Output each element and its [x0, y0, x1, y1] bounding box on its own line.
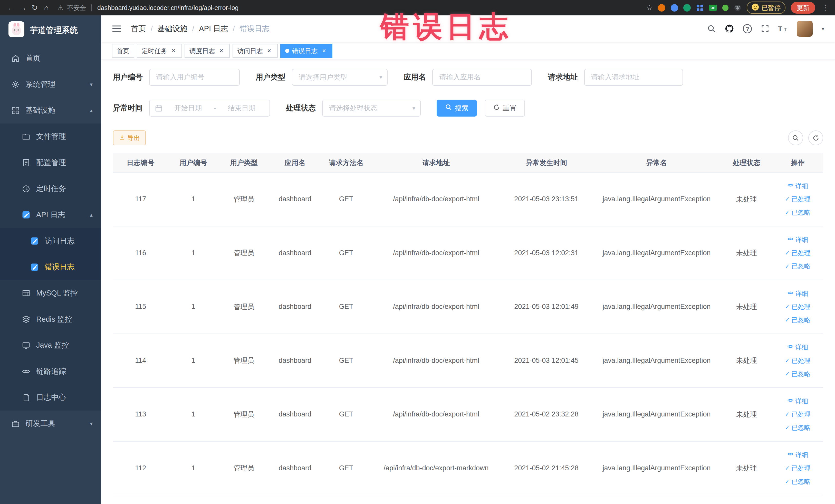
breadcrumb-item[interactable]: API 日志	[199, 24, 228, 34]
app-logo[interactable]: 芋道管理系统	[0, 15, 101, 45]
tab-home[interactable]: 首页	[112, 44, 134, 58]
action-detail-link[interactable]: 详细	[787, 182, 808, 190]
sidebar-item-job[interactable]: 定时任务	[0, 176, 101, 202]
back-icon[interactable]: ←	[5, 4, 17, 12]
action-detail-link[interactable]: 详细	[787, 343, 808, 351]
sidebar-item-error-log[interactable]: 错误日志	[0, 254, 101, 280]
fullscreen-icon[interactable]	[761, 25, 769, 33]
extension-icon[interactable]	[722, 5, 729, 11]
close-icon[interactable]: ×	[320, 47, 328, 55]
extension-icon[interactable]	[683, 4, 691, 12]
refresh-button[interactable]	[808, 130, 823, 145]
paused-badge[interactable]: 已暂停	[747, 2, 786, 14]
action-detail-link[interactable]: 详细	[787, 236, 808, 244]
action-ignored-link[interactable]: ✓已忽略	[785, 262, 811, 270]
search-icon[interactable]	[707, 24, 716, 33]
app-header: 首页/基础设施/API 日志/错误日志 ? TT ▾	[101, 15, 835, 42]
help-icon[interactable]: ?	[743, 24, 752, 33]
extension-on-badge[interactable]: on	[709, 5, 717, 11]
action-ignored-link[interactable]: ✓已忽略	[785, 370, 811, 378]
close-icon[interactable]: ×	[170, 47, 177, 55]
chevron-up-icon: ▴	[90, 212, 93, 218]
toggle-search-button[interactable]	[788, 130, 803, 145]
tools-icon	[11, 419, 20, 428]
download-icon	[119, 134, 125, 142]
tab-cron-job[interactable]: 定时任务×	[137, 44, 182, 58]
cell-user-id: 1	[168, 172, 219, 226]
sidebar-item-config[interactable]: 配置管理	[0, 150, 101, 176]
action-ignored-link[interactable]: ✓已忽略	[785, 316, 811, 324]
font-size-icon[interactable]: TT	[778, 25, 788, 32]
sidebar-item-access-log[interactable]: 访问日志	[0, 228, 101, 254]
cell-method: GET	[321, 280, 372, 334]
sidebar-item-dev-tools[interactable]: 研发工具▾	[0, 410, 101, 437]
action-processed-link[interactable]: ✓已处理	[785, 464, 811, 472]
hamburger-icon[interactable]	[112, 24, 121, 33]
avatar[interactable]	[797, 21, 813, 37]
paused-badge-label: 已暂停	[761, 4, 781, 12]
user-type-placeholder: 请选择用户类型	[299, 73, 347, 82]
browser-menu-icon[interactable]: ⋮	[821, 4, 830, 12]
action-processed-link[interactable]: ✓已处理	[785, 195, 811, 203]
sidebar-item-api-log[interactable]: API 日志▴	[0, 202, 101, 228]
tab-job-log[interactable]: 调度日志×	[185, 44, 230, 58]
reset-button[interactable]: 重置	[485, 100, 525, 117]
exception-time-range-picker[interactable]: 开始日期 - 结束日期	[149, 100, 270, 117]
error-log-icon	[30, 262, 39, 272]
process-status-select[interactable]: 请选择处理状态 ▾	[322, 100, 421, 117]
sidebar-item-label: 基础设施	[26, 105, 56, 116]
eye-icon	[787, 343, 794, 351]
search-button[interactable]: 搜索	[436, 100, 477, 117]
action-processed-link[interactable]: ✓已处理	[785, 356, 811, 365]
export-button-label: 导出	[127, 134, 140, 142]
action-detail-link[interactable]: 详细	[787, 397, 808, 405]
sidebar-item-java[interactable]: Java 监控	[0, 332, 101, 358]
reload-icon[interactable]: ↻	[29, 3, 41, 12]
update-button[interactable]: 更新	[791, 2, 815, 13]
tags-view: 首页定时任务×调度日志×访问日志×错误日志×	[101, 42, 835, 60]
close-icon[interactable]: ×	[265, 47, 273, 55]
action-detail-link[interactable]: 详细	[787, 289, 808, 298]
sidebar-item-file[interactable]: 文件管理	[0, 123, 101, 150]
github-icon[interactable]	[725, 24, 734, 33]
sidebar-item-home[interactable]: 首页	[0, 45, 101, 72]
action-ignored-link[interactable]: ✓已忽略	[785, 208, 811, 217]
export-button[interactable]: 导出	[113, 130, 146, 145]
app-name-input[interactable]	[432, 69, 532, 86]
extension-icon[interactable]	[658, 4, 665, 12]
tab-access-log[interactable]: 访问日志×	[232, 44, 278, 58]
action-ignored-link[interactable]: ✓已忽略	[785, 423, 811, 432]
user-type-select[interactable]: 请选择用户类型 ▾	[292, 69, 388, 86]
address-bar[interactable]: ⚠ 不安全 dashboard.yudao.iocoder.cn/infra/l…	[58, 4, 640, 12]
cell-time: 2021-05-02 23:32:28	[501, 387, 592, 441]
tab-error-log[interactable]: 错误日志×	[280, 44, 332, 58]
cell-user-type: 管理员	[219, 387, 269, 441]
sidebar-item-trace[interactable]: 链路追踪	[0, 358, 101, 385]
chevron-down-icon[interactable]: ▾	[822, 26, 824, 32]
svg-text:T: T	[778, 25, 782, 32]
sidebar-item-redis[interactable]: Redis 监控	[0, 306, 101, 332]
action-processed-link[interactable]: ✓已处理	[785, 249, 811, 257]
sidebar-item-mysql[interactable]: MySQL 监控	[0, 280, 101, 306]
forward-icon[interactable]: →	[17, 4, 29, 12]
breadcrumb-item[interactable]: 基础设施	[158, 24, 187, 34]
extension-icon[interactable]	[696, 4, 704, 12]
sidebar-item-infra[interactable]: 基础设施▴	[0, 98, 101, 124]
process-status-placeholder: 请选择处理状态	[329, 103, 378, 113]
user-id-input[interactable]	[149, 69, 240, 86]
request-url-input[interactable]	[584, 69, 683, 86]
breadcrumb-item[interactable]: 首页	[131, 24, 146, 34]
action-detail-link[interactable]: 详细	[787, 450, 808, 459]
action-processed-link[interactable]: ✓已处理	[785, 410, 811, 419]
mysql-icon	[21, 288, 31, 298]
action-processed-link[interactable]: ✓已处理	[785, 302, 811, 311]
extension-icon[interactable]	[671, 4, 678, 12]
sidebar-item-log-center[interactable]: 日志中心	[0, 385, 101, 411]
sidebar-item-system[interactable]: 系统管理▾	[0, 72, 101, 98]
sidebar-item-label: 定时任务	[36, 184, 66, 194]
action-ignored-link[interactable]: ✓已忽略	[785, 477, 811, 486]
close-icon[interactable]: ×	[218, 47, 225, 55]
browser-home-icon[interactable]: ⌂	[41, 4, 53, 12]
extension-icon[interactable]	[734, 4, 741, 12]
bookmark-star-icon[interactable]: ☆	[646, 4, 652, 12]
